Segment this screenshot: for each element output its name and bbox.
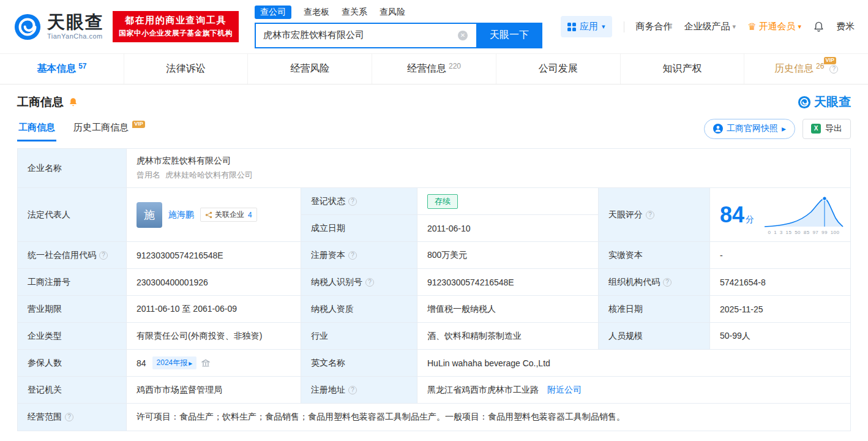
field-label: 英文名称 [301,350,417,377]
field-value: 230300400001926 [137,277,208,287]
social-insurance-icon[interactable] [201,359,210,368]
search-tab-relation[interactable]: 查关系 [342,6,367,19]
arrow-right-icon: ▸ [189,359,192,368]
industry-cell: 酒、饮料和精制茶制造业 [417,323,599,350]
tab-label: 经营信息 [407,62,446,75]
related-companies-tag[interactable]: 关联企业 4 [200,208,257,222]
tianyancha-logo[interactable]: 天眼查 TianYanCha.com [13,13,104,41]
field-label: 法定代表人 [18,188,127,242]
search-tab-boss[interactable]: 查老板 [304,6,329,19]
field-value: 2011-06-10 [427,224,471,233]
subtab-label: 历史工商信息 [73,122,129,132]
apps-menu-button[interactable]: 应用 ▾ [561,16,612,37]
tab-legal-litigation[interactable]: 法律诉讼 [124,54,249,84]
tab-basic-info[interactable]: 基本信息 57 [0,54,124,84]
header: 天眼查 TianYanCha.com 都在用的商业查询工具 国家中小企业发展子基… [0,0,868,54]
help-icon[interactable]: ? [646,211,654,219]
help-icon[interactable]: ? [348,386,357,394]
table-row-business-scope: 经营范围 ? 许可项目：食品生产；饮料生产；食品销售；食品用塑料包装容器工具制品… [18,404,850,431]
field-label: 天眼评分 ? [599,188,710,242]
username: 费米 [836,21,855,32]
search-input[interactable] [255,23,476,48]
field-value: 鸡西市市场监督管理局 [137,385,222,396]
label-text: 英文名称 [311,358,345,369]
divider [624,21,624,32]
reg-capital-cell: 800万美元 [417,242,599,269]
caret-down-icon: ▾ [733,23,736,31]
notification-bell-button[interactable] [813,21,825,32]
tab-company-development[interactable]: 公司发展 [496,54,621,84]
label-text: 参保人数 [28,358,62,369]
field-label: 登记机关 [18,377,127,404]
user-menu[interactable]: 费米 [836,21,855,32]
enterprise-products-label: 企业级产品 [684,21,730,32]
help-icon[interactable]: ? [65,413,73,421]
logo-domain: TianYanCha.com [47,33,104,40]
legal-rep-name-link[interactable]: 施海鹏 [168,209,194,221]
help-icon[interactable]: ? [365,278,374,287]
help-icon[interactable]: ? [348,251,357,260]
field-value: 57421654-8 [720,277,766,287]
enterprise-products-menu[interactable]: 企业级产品 ▾ [684,21,736,32]
business-cooperation-label: 商务合作 [636,21,673,32]
field-label: 实缴资本 [599,242,710,269]
business-info-table: 企业名称 虎林市宏胜饮料有限公司 曾用名 虎林娃哈哈饮料有限公司 法定代表人 施… [17,148,851,431]
search-tab-company[interactable]: 查公司 [255,6,291,19]
open-membership-menu[interactable]: ♛ 开通会员 ▾ [747,21,801,32]
company-nav-tabs: 基本信息 57 法律诉讼 经营风险 经营信息 220 公司发展 知识产权 VIP… [0,54,868,85]
subtab-business-info[interactable]: 工商信息 [17,116,56,141]
approval-date-cell: 2025-11-25 [710,296,850,323]
legal-rep-avatar[interactable]: 施 [137,202,162,228]
score-distribution-chart[interactable]: 0 1 3 15 50 85 97 99 100 [763,195,844,235]
label-text: 纳税人识别号 [311,277,362,288]
table-row: 企业类型 有限责任公司(外商投资、非独资) 行业 酒、饮料和精制茶制造业 人员规… [18,323,850,350]
official-snapshot-button[interactable]: 工商官网快照 ▸ [704,119,795,139]
reg-status-cell: 存续 [417,188,599,215]
alert-bell-icon[interactable] [68,97,78,107]
field-value: 增值税一般纳税人 [427,304,496,315]
field-value: 酒、饮料和精制茶制造业 [427,331,522,342]
nearby-companies-link[interactable]: 附近公司 [547,385,582,396]
person-badge-icon [713,124,723,134]
open-membership-label: 开通会员 [758,21,795,32]
business-cooperation-link[interactable]: 商务合作 [636,21,673,32]
business-info-section: 工商信息 天眼查 工商信息 历史工商信息 VIP [0,94,868,142]
credit-code-cell: 91230300574216548E [127,242,301,269]
subtab-label: 工商信息 [18,122,55,132]
tab-operation-risk[interactable]: 经营风险 [248,54,372,84]
field-label: 行业 [301,323,417,350]
subtab-history-business-info[interactable]: 历史工商信息 VIP [72,116,146,141]
field-value: 91230300574216548E [137,251,223,260]
tab-label: 知识产权 [662,62,702,75]
search-tab-risk[interactable]: 查风险 [380,6,405,19]
tab-history-info[interactable]: VIP 历史信息 26 ? [744,54,868,84]
excel-icon: X [811,124,821,134]
help-icon[interactable]: ? [663,278,672,287]
tab-intellectual-property[interactable]: 知识产权 [621,54,745,84]
clear-icon[interactable]: ✕ [458,31,468,40]
label-text: 人员规模 [608,331,643,342]
status-badge: 存续 [427,194,458,209]
bell-icon [813,21,825,32]
vip-badge: VIP [824,57,837,64]
tab-operation-info[interactable]: 经营信息 220 [372,54,496,84]
table-row-company-name: 企业名称 虎林市宏胜饮料有限公司 曾用名 虎林娃哈哈饮料有限公司 [18,149,850,188]
authority-cell: 鸡西市市场监督管理局 [127,377,301,404]
annual-report-badge[interactable]: 2024年报 ▸ [152,356,197,369]
field-value: 黑龙江省鸡西市虎林市工业路 [427,385,539,396]
help-icon[interactable]: ? [99,251,108,260]
export-button[interactable]: X 导出 [803,119,851,139]
label-text: 登记状态 [311,196,345,207]
field-label: 营业期限 [18,296,127,323]
score-unit: 分 [746,214,754,225]
help-icon[interactable]: ? [829,65,838,74]
field-label: 统一社会信用代码 ? [18,242,127,269]
field-label: 企业类型 [18,323,127,350]
annual-report-label: 2024年报 [157,358,188,368]
staff-size-cell: 50-99人 [710,323,850,350]
help-icon[interactable]: ? [348,197,357,206]
label-text: 实缴资本 [608,250,643,261]
label-text: 登记机关 [28,385,62,396]
former-name: 虎林娃哈哈饮料有限公司 [165,170,253,181]
search-button[interactable]: 天眼一下 [476,23,542,48]
